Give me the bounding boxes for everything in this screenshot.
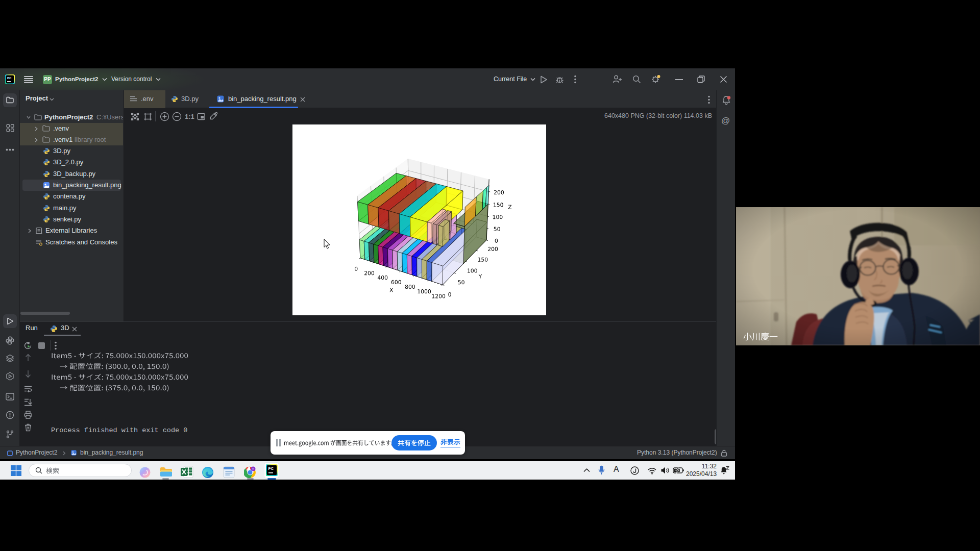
- svg-text:PC: PC: [7, 77, 12, 80]
- svg-text:y: y: [252, 467, 254, 470]
- svg-text:PC: PC: [268, 466, 274, 471]
